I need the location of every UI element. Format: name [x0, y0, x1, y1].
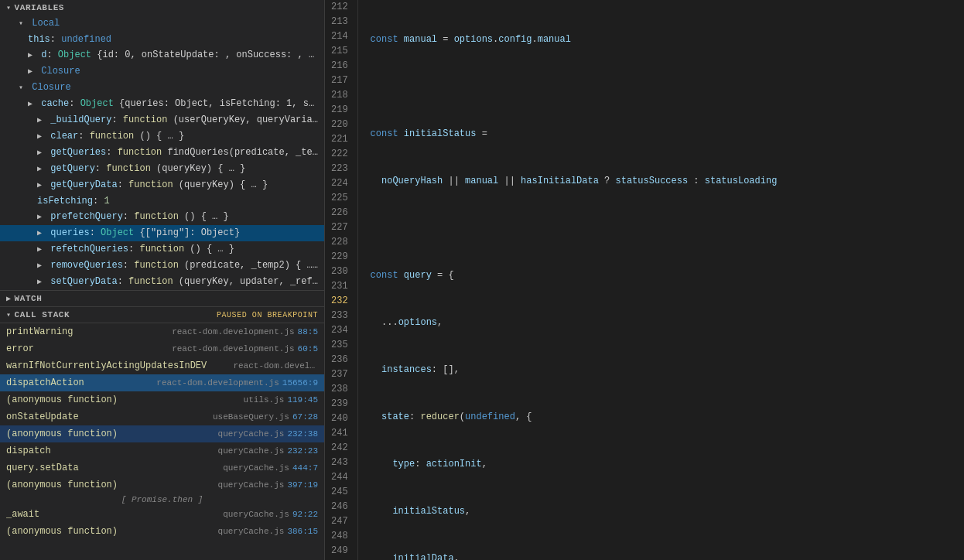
code-line-212: const manual = options.config.manual	[371, 32, 964, 47]
closure-label[interactable]: ▶ Closure	[0, 63, 324, 80]
code-line-217: const query = {	[371, 268, 964, 283]
watch-arrow: ▶	[6, 294, 12, 303]
local-section-header[interactable]: ▾ Local	[0, 15, 324, 32]
left-panel: ▾ VARIABLES ▾ Local this: undefined ▶ d:…	[0, 0, 325, 560]
variables-arrow: ▾	[6, 3, 12, 12]
stack-anon4[interactable]: (anonymous function) queryCache.js 386:1…	[0, 523, 324, 540]
stack-warnifnot[interactable]: warnIfNotCurrentlyActingUpdatesInDEV rea…	[0, 357, 324, 374]
watch-section: ▶ WATCH	[0, 291, 324, 307]
callstack-title: CALL STACK	[15, 310, 70, 319]
queries-var[interactable]: ▶ queries: Object {["ping"]: Object}	[0, 225, 324, 241]
paused-badge: PAUSED ON BREAKPOINT	[217, 311, 318, 319]
getquerydata-var[interactable]: ▶ getQueryData: function (queryKey) { … …	[0, 177, 324, 193]
code-line-214: const initialStatus =	[371, 127, 964, 142]
call-stack-section: ▾ CALL STACK PAUSED ON BREAKPOINT printW…	[0, 307, 324, 560]
call-stack-header: ▾ CALL STACK PAUSED ON BREAKPOINT	[0, 307, 324, 323]
variables-header[interactable]: ▾ VARIABLES	[0, 0, 324, 15]
promise-then: [ Promise.then ]	[0, 493, 324, 506]
clear-var[interactable]: ▶ clear: function () { … }	[0, 128, 324, 145]
stack-dispatchaction[interactable]: dispatchAction react-dom.development.js …	[0, 374, 324, 391]
stack-error[interactable]: error react-dom.development.js 60:5	[0, 340, 324, 357]
variables-title: VARIABLES	[15, 3, 64, 12]
code-line-218: ...options,	[371, 316, 964, 330]
stack-querysetdata[interactable]: query.setData queryCache.js 444:7	[0, 459, 324, 476]
d-variable[interactable]: ▶ d: Object {id: 0, onStateUpdate: , onS…	[0, 47, 324, 63]
buildquery-var[interactable]: ▶ _buildQuery: function (userQueryKey, q…	[0, 112, 324, 128]
stack-onstateupdate[interactable]: onStateUpdate useBaseQuery.js 67:28	[0, 408, 324, 425]
this-variable[interactable]: this: undefined	[0, 32, 324, 47]
code-editor: 212 213 214 215 216 217 218 219 220 221 …	[325, 0, 964, 560]
line-numbers: 212 213 214 215 216 217 218 219 220 221 …	[325, 0, 358, 560]
setquerydata-var[interactable]: ▶ setQueryData: function (queryKey, upda…	[0, 274, 324, 290]
code-line-220: state: reducer(undefined, {	[371, 410, 964, 425]
code-line-219: instances: [],	[371, 363, 964, 377]
code-line-221: type: actionInit,	[371, 457, 964, 472]
code-area: 212 213 214 215 216 217 218 219 220 221 …	[325, 0, 964, 560]
watch-header[interactable]: ▶ WATCH	[0, 291, 324, 306]
watch-title: WATCH	[15, 294, 43, 303]
refetchqueries-var[interactable]: ▶ refetchQueries: function () { … }	[0, 241, 324, 258]
cache-var[interactable]: ▶ cache: Object {queries: Object, isFetc…	[0, 96, 324, 112]
getquery-var[interactable]: ▶ getQuery: function (queryKey) { … }	[0, 161, 324, 177]
callstack-arrow: ▾	[6, 310, 12, 319]
stack-anon2[interactable]: (anonymous function) queryCache.js 232:3…	[0, 425, 324, 442]
code-line-222: initialStatus,	[371, 504, 964, 519]
code-line-215: noQueryHash || manual || hasInitialData …	[371, 174, 964, 189]
prefetchquery-var[interactable]: ▶ prefetchQuery: function () { … }	[0, 209, 324, 225]
code-line-213	[371, 80, 964, 94]
closure-section-header[interactable]: ▾ Closure	[0, 80, 324, 96]
stack-anon3[interactable]: (anonymous function) queryCache.js 397:1…	[0, 476, 324, 493]
code-line-223: initialData,	[371, 551, 964, 560]
removequeries-var[interactable]: ▶ removeQueries: function (predicate, _t…	[0, 258, 324, 274]
stack-anon1[interactable]: (anonymous function) utils.js 119:45	[0, 391, 324, 408]
code-content: const manual = options.config.manual con…	[358, 0, 964, 560]
getqueries-var[interactable]: ▶ getQueries: function findQueries(predi…	[0, 145, 324, 161]
code-line-216	[371, 221, 964, 236]
isfetching-var[interactable]: isFetching: 1	[0, 193, 324, 209]
variables-section: ▾ VARIABLES ▾ Local this: undefined ▶ d:…	[0, 0, 324, 291]
stack-await[interactable]: _await queryCache.js 92:22	[0, 506, 324, 523]
stack-printwarning[interactable]: printWarning react-dom.development.js 88…	[0, 323, 324, 340]
stack-dispatch[interactable]: dispatch queryCache.js 232:23	[0, 442, 324, 459]
